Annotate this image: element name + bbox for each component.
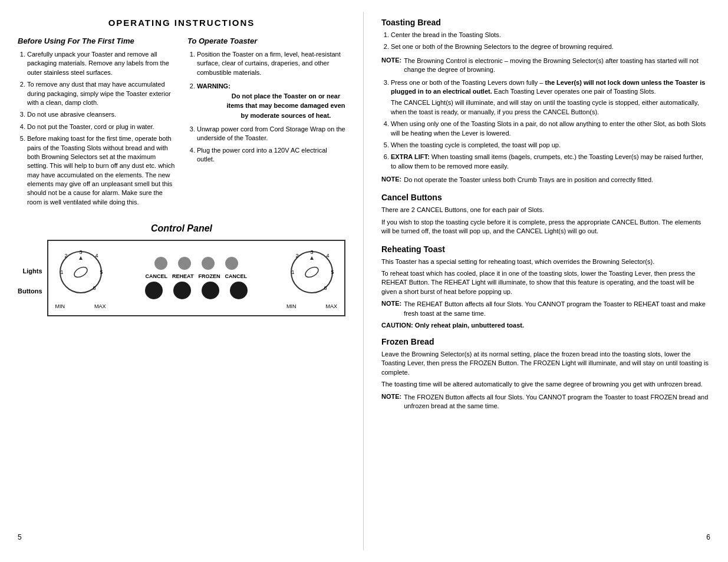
cancel-label-2: CANCEL xyxy=(225,273,247,279)
reheat-note-label: NOTE: xyxy=(381,300,401,318)
dial2-max: MAX xyxy=(325,303,337,309)
frozen-note-label: NOTE: xyxy=(381,393,401,411)
svg-text:1: 1 xyxy=(291,269,294,275)
svg-marker-17 xyxy=(310,256,314,260)
cancel-button-1[interactable] xyxy=(145,282,163,299)
frozen-bread-title: Frozen Bread xyxy=(381,337,710,346)
light-circles-row xyxy=(154,257,238,270)
toasting-bread-list2: Press one or both of the Toasting Levers… xyxy=(381,78,710,171)
svg-text:5: 5 xyxy=(331,269,334,275)
item3-text: Press one or both of the Toasting Levers… xyxy=(391,79,705,95)
frozen-button[interactable] xyxy=(202,282,219,299)
svg-text:6: 6 xyxy=(93,285,95,291)
extra-lift-label: EXTRA LIFT: xyxy=(391,153,430,160)
toasting-bread-list: Center the bread in the Toasting Slots. … xyxy=(381,31,710,52)
dial1-max: MAX xyxy=(94,303,106,309)
list-item: When the toasting cycle is completed, th… xyxy=(391,141,710,150)
reheat-note-block: NOTE: The REHEAT Button affects all four… xyxy=(381,300,710,318)
cancel-buttons-section: Cancel Buttons There are 2 CANCEL Button… xyxy=(381,193,710,236)
list-item: Plug the power cord into a 120V AC elect… xyxy=(197,146,345,164)
button-circles-row xyxy=(145,282,248,299)
list-item: Carefully unpack your Toaster and remove… xyxy=(27,50,176,77)
list-item: Do not use abrasive cleansers. xyxy=(27,110,176,119)
svg-text:2: 2 xyxy=(64,253,67,259)
note2-text: Do not operate the Toaster unless both C… xyxy=(404,176,653,184)
right-dial-svg: 3 4 2 5 1 6 xyxy=(285,246,338,299)
left-page: OPERATING INSTRUCTIONS Before Using For … xyxy=(0,12,364,550)
buttons-label: Buttons xyxy=(18,287,42,295)
note2-block: NOTE: Do not operate the Toaster unless … xyxy=(381,176,710,184)
item3-detail: The CANCEL Light(s) will illuminate, and… xyxy=(391,98,710,117)
extra-lift-text: When toasting small items (bagels, crump… xyxy=(391,153,703,169)
cancel-text2: If you wish to stop the toasting cycle b… xyxy=(381,218,710,236)
list-item: Position the Toaster on a firm, level, h… xyxy=(197,50,345,77)
svg-text:4: 4 xyxy=(326,253,329,259)
section2-title: To Operate Toaster xyxy=(187,37,345,45)
reheating-toast-section: Reheating Toast This Toaster has a speci… xyxy=(381,244,710,329)
control-panel-diagram: 3 4 2 5 1 6 MIN MAX xyxy=(47,240,345,316)
note2-label: NOTE: xyxy=(381,176,401,184)
reheat-text2: To reheat toast which has cooled, place … xyxy=(381,269,710,296)
cancel-buttons-title: Cancel Buttons xyxy=(381,193,710,202)
reheat-light xyxy=(178,257,191,270)
section1-list: Carefully unpack your Toaster and remove… xyxy=(18,50,176,207)
list-item: Set one or both of the Browning Selector… xyxy=(391,42,710,51)
svg-text:2: 2 xyxy=(295,253,298,259)
note1-text: The Browning Control is electronic – mov… xyxy=(404,57,710,75)
center-buttons: CANCEL REHEAT FROZEN CANCEL xyxy=(107,257,285,299)
list-item: When using only one of the Toasting Slot… xyxy=(391,120,710,138)
list-item: EXTRA LIFT: When toasting small items (b… xyxy=(391,153,710,171)
page: OPERATING INSTRUCTIONS Before Using For … xyxy=(0,0,728,562)
caution-block: CAUTION: Only reheat plain, unbuttered t… xyxy=(381,322,710,329)
section1-title: Before Using For The First Time xyxy=(18,37,176,45)
list-item: Do not put the Toaster, cord or plug in … xyxy=(27,123,176,131)
frozen-note-text: The FROZEN Button affects all four Slots… xyxy=(404,393,710,411)
top-two-col: Before Using For The First Time Carefull… xyxy=(18,37,345,211)
caution-label: CAUTION: xyxy=(381,322,413,329)
toasting-bread-title: Toasting Bread xyxy=(381,18,710,27)
svg-point-7 xyxy=(73,265,89,279)
reheat-note-text: The REHEAT Button affects all four Slots… xyxy=(404,300,710,318)
cancel-text1: There are 2 CANCEL Buttons, one for each… xyxy=(381,206,710,214)
list-item: WARNING: Do not place the Toaster on or … xyxy=(197,82,345,120)
cancel-button-2[interactable] xyxy=(230,282,248,299)
cancel-label-1: CANCEL xyxy=(146,273,168,279)
page-number-left: 5 xyxy=(18,533,22,541)
dial2-min: MIN xyxy=(286,303,297,309)
svg-text:5: 5 xyxy=(100,269,103,275)
reheat-button[interactable] xyxy=(173,282,191,299)
cancel-light-1 xyxy=(154,257,167,270)
list-item: Unwrap power cord from Cord Storage Wrap… xyxy=(197,125,345,143)
frozen-note-block: NOTE: The FROZEN Button affects all four… xyxy=(381,393,710,411)
list-item: Center the bread in the Toasting Slots. xyxy=(391,31,710,39)
svg-text:3: 3 xyxy=(79,249,82,255)
right-page: Toasting Bread Center the bread in the T… xyxy=(364,12,728,550)
button-labels-row: CANCEL REHEAT FROZEN CANCEL xyxy=(146,273,247,279)
svg-text:1: 1 xyxy=(60,269,63,275)
main-title: OPERATING INSTRUCTIONS xyxy=(18,18,345,28)
control-panel-section: Control Panel Lights Buttons 3 xyxy=(18,223,345,316)
svg-marker-8 xyxy=(79,256,83,260)
reheating-title: Reheating Toast xyxy=(381,244,710,254)
control-panel-title: Control Panel xyxy=(18,223,345,234)
section-before-first-use: Before Using For The First Time Carefull… xyxy=(18,37,176,211)
reheat-text1: This Toaster has a special setting for r… xyxy=(381,257,710,266)
note1-block: NOTE: The Browning Control is electronic… xyxy=(381,57,710,75)
frozen-text1: Leave the Browning Selector(s) at its no… xyxy=(381,350,710,377)
toasting-bread-section: Toasting Bread Center the bread in the T… xyxy=(381,18,710,184)
left-dial-svg: 3 4 2 5 1 6 xyxy=(54,246,107,299)
dial1-min: MIN xyxy=(55,303,65,309)
page-number-right: 6 xyxy=(706,533,710,541)
section2-list: Position the Toaster on a firm, level, h… xyxy=(187,50,345,164)
svg-text:6: 6 xyxy=(324,285,327,291)
svg-text:4: 4 xyxy=(95,253,98,259)
frozen-light xyxy=(202,257,215,270)
section-operate-toaster: To Operate Toaster Position the Toaster … xyxy=(187,37,345,211)
left-dial-group: 3 4 2 5 1 6 MIN MAX xyxy=(54,246,107,310)
list-item: Press one or both of the Toasting Levers… xyxy=(391,78,710,117)
list-item: Before making toast for the first time, … xyxy=(27,134,176,207)
svg-text:3: 3 xyxy=(310,249,313,255)
caution-text: Only reheat plain, unbuttered toast. xyxy=(415,322,524,329)
frozen-bread-section: Frozen Bread Leave the Browning Selector… xyxy=(381,337,710,411)
cancel-light-2 xyxy=(225,257,238,270)
